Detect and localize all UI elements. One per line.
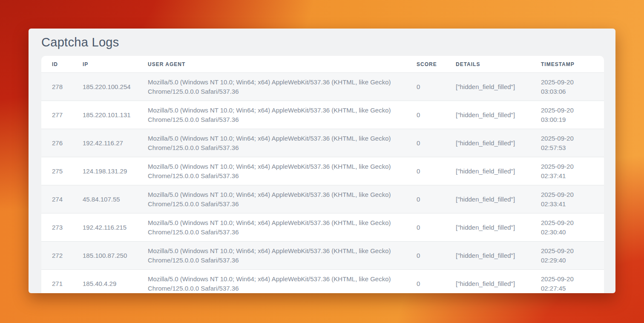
table-row: 275 124.198.131.29 Mozilla/5.0 (Windows … [41,157,604,185]
cell-ip: 45.84.107.55 [72,185,137,213]
cell-score: 0 [406,270,445,294]
cell-user-agent: Mozilla/5.0 (Windows NT 10.0; Win64; x64… [137,73,406,101]
cell-id: 272 [41,242,72,270]
cell-timestamp: 2025-09-20 03:03:06 [530,73,604,101]
cell-timestamp: 2025-09-20 02:33:41 [530,185,604,213]
cell-id: 271 [41,270,72,294]
logs-table-container: ID IP USER AGENT SCORE DETAILS TIMESTAMP… [41,56,604,293]
cell-details: ["hidden_field_filled"] [445,129,530,157]
cell-ip: 192.42.116.215 [72,213,137,242]
table-header-row: ID IP USER AGENT SCORE DETAILS TIMESTAMP [41,56,604,73]
cell-details: ["hidden_field_filled"] [445,157,530,185]
captcha-logs-card: Captcha Logs ID IP USER AGENT SCORE DETA… [29,29,615,293]
table-row: 274 45.84.107.55 Mozilla/5.0 (Windows NT… [41,185,604,213]
cell-user-agent: Mozilla/5.0 (Windows NT 10.0; Win64; x64… [137,242,406,270]
cell-score: 0 [406,213,445,242]
cell-score: 0 [406,129,445,157]
cell-timestamp: 2025-09-20 02:57:53 [530,129,604,157]
cell-ip: 192.42.116.27 [72,129,137,157]
column-header-ip: IP [72,56,137,73]
cell-id: 278 [41,73,72,101]
column-header-id: ID [41,56,72,73]
cell-details: ["hidden_field_filled"] [445,185,530,213]
cell-id: 277 [41,101,72,129]
column-header-details: DETAILS [445,56,530,73]
cell-user-agent: Mozilla/5.0 (Windows NT 10.0; Win64; x64… [137,270,406,294]
table-row: 276 192.42.116.27 Mozilla/5.0 (Windows N… [41,129,604,157]
cell-score: 0 [406,242,445,270]
cell-ip: 185.40.4.29 [72,270,137,294]
cell-details: ["hidden_field_filled"] [445,270,530,294]
table-row: 278 185.220.100.254 Mozilla/5.0 (Windows… [41,73,604,101]
cell-id: 275 [41,157,72,185]
cell-score: 0 [406,157,445,185]
cell-timestamp: 2025-09-20 02:37:41 [530,157,604,185]
logs-table: ID IP USER AGENT SCORE DETAILS TIMESTAMP… [41,56,604,293]
cell-timestamp: 2025-09-20 02:29:40 [530,242,604,270]
cell-details: ["hidden_field_filled"] [445,73,530,101]
cell-timestamp: 2025-09-20 02:27:45 [530,270,604,294]
column-header-score: SCORE [406,56,445,73]
cell-id: 276 [41,129,72,157]
cell-ip: 185.220.100.254 [72,73,137,101]
cell-user-agent: Mozilla/5.0 (Windows NT 10.0; Win64; x64… [137,157,406,185]
cell-ip: 185.100.87.250 [72,242,137,270]
cell-score: 0 [406,185,445,213]
cell-details: ["hidden_field_filled"] [445,101,530,129]
cell-user-agent: Mozilla/5.0 (Windows NT 10.0; Win64; x64… [137,101,406,129]
cell-score: 0 [406,101,445,129]
column-header-user-agent: USER AGENT [137,56,406,73]
table-body: 278 185.220.100.254 Mozilla/5.0 (Windows… [41,73,604,294]
cell-user-agent: Mozilla/5.0 (Windows NT 10.0; Win64; x64… [137,185,406,213]
cell-id: 274 [41,185,72,213]
cell-details: ["hidden_field_filled"] [445,213,530,242]
table-row: 272 185.100.87.250 Mozilla/5.0 (Windows … [41,242,604,270]
cell-user-agent: Mozilla/5.0 (Windows NT 10.0; Win64; x64… [137,129,406,157]
cell-details: ["hidden_field_filled"] [445,242,530,270]
cell-ip: 124.198.131.29 [72,157,137,185]
table-row: 277 185.220.101.131 Mozilla/5.0 (Windows… [41,101,604,129]
table-row: 271 185.40.4.29 Mozilla/5.0 (Windows NT … [41,270,604,294]
cell-score: 0 [406,73,445,101]
cell-timestamp: 2025-09-20 02:30:40 [530,213,604,242]
table-row: 273 192.42.116.215 Mozilla/5.0 (Windows … [41,213,604,242]
cell-ip: 185.220.101.131 [72,101,137,129]
cell-timestamp: 2025-09-20 03:00:19 [530,101,604,129]
column-header-timestamp: TIMESTAMP [530,56,604,73]
cell-id: 273 [41,213,72,242]
cell-user-agent: Mozilla/5.0 (Windows NT 10.0; Win64; x64… [137,213,406,242]
page-title: Captcha Logs [41,35,603,49]
